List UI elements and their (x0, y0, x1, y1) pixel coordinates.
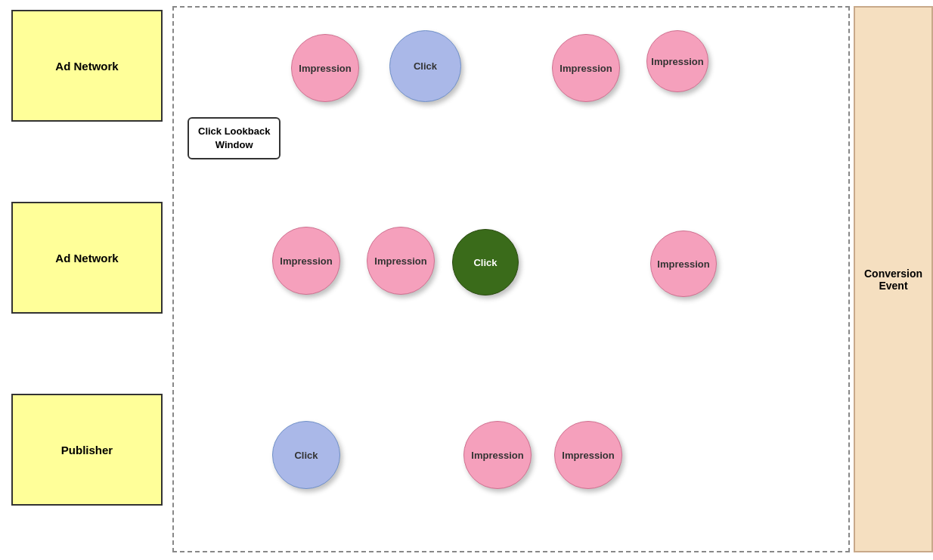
circle-impression-r2c4: Impression (650, 230, 717, 297)
entity-publisher-label: Publisher (61, 444, 113, 456)
circle-label: Impression (280, 255, 332, 267)
entity-ad-network-1-label: Ad Network (55, 60, 118, 73)
circle-label: Click (414, 60, 437, 72)
circle-click-r3c1: Click (272, 421, 340, 489)
entity-ad-network-2-label: Ad Network (55, 252, 118, 265)
circle-label: Impression (562, 450, 614, 461)
circle-impression-r2c1: Impression (272, 227, 340, 295)
circle-label: Impression (299, 63, 351, 74)
circle-label: Impression (471, 450, 523, 461)
main-timeline-area: Click LookbackWindow Impression Click Im… (172, 6, 850, 552)
circle-impression-r3c2: Impression (463, 421, 532, 489)
circle-label: Impression (651, 56, 703, 67)
entity-ad-network-1: Ad Network (11, 10, 163, 122)
circle-label: Impression (657, 258, 709, 270)
circle-impression-r1c1: Impression (291, 34, 359, 102)
circle-click-r1c2: Click (389, 30, 461, 102)
lookback-window-label: Click LookbackWindow (188, 117, 281, 159)
circle-label: Click (294, 450, 318, 461)
conversion-event-panel: Conversion Event (854, 6, 933, 552)
canvas: Ad Network Ad Network Publisher Click Lo… (0, 0, 933, 560)
circle-label: Click (473, 257, 497, 268)
entity-ad-network-2: Ad Network (11, 202, 163, 314)
circle-impression-r2c2: Impression (367, 227, 435, 295)
circle-label: Impression (374, 255, 426, 267)
conversion-event-label: Conversion Event (861, 268, 925, 292)
circle-impression-r3c3: Impression (554, 421, 622, 489)
circle-click-r2c3: Click (452, 229, 519, 295)
circle-label: Impression (559, 63, 612, 74)
circle-impression-r1c3: Impression (552, 34, 620, 102)
entity-publisher: Publisher (11, 394, 163, 506)
circle-impression-r1c4: Impression (646, 30, 708, 92)
